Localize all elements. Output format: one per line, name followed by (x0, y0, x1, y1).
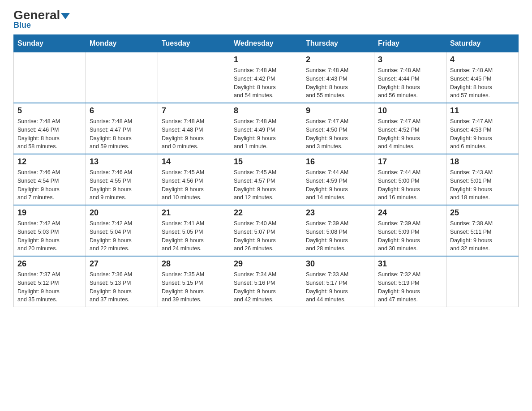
calendar-cell: 25Sunrise: 7:38 AM Sunset: 5:11 PM Dayli… (446, 205, 519, 256)
day-info: Sunrise: 7:48 AM Sunset: 4:48 PM Dayligh… (162, 117, 226, 151)
day-number: 2 (306, 55, 370, 64)
day-header-friday: Friday (374, 35, 446, 52)
day-info: Sunrise: 7:47 AM Sunset: 4:52 PM Dayligh… (378, 117, 442, 151)
calendar-cell: 22Sunrise: 7:40 AM Sunset: 5:07 PM Dayli… (230, 205, 302, 256)
day-number: 14 (162, 157, 226, 167)
day-info: Sunrise: 7:47 AM Sunset: 4:50 PM Dayligh… (306, 117, 370, 151)
day-info: Sunrise: 7:32 AM Sunset: 5:19 PM Dayligh… (378, 270, 442, 304)
day-number: 1 (234, 55, 298, 64)
day-number: 30 (306, 259, 370, 269)
day-header-tuesday: Tuesday (158, 35, 230, 52)
calendar-cell: 14Sunrise: 7:45 AM Sunset: 4:56 PM Dayli… (158, 154, 230, 205)
calendar-cell: 9Sunrise: 7:47 AM Sunset: 4:50 PM Daylig… (302, 103, 374, 154)
day-info: Sunrise: 7:41 AM Sunset: 5:05 PM Dayligh… (162, 219, 226, 253)
day-number: 9 (306, 106, 370, 116)
day-number: 25 (450, 208, 515, 218)
day-info: Sunrise: 7:48 AM Sunset: 4:44 PM Dayligh… (378, 66, 442, 100)
logo-sub-text: Blue (13, 21, 31, 30)
day-number: 22 (234, 208, 298, 218)
calendar-week-2: 5Sunrise: 7:48 AM Sunset: 4:46 PM Daylig… (14, 103, 519, 154)
calendar-cell (14, 52, 86, 103)
calendar-cell: 1Sunrise: 7:48 AM Sunset: 4:42 PM Daylig… (230, 52, 302, 103)
calendar-cell: 4Sunrise: 7:48 AM Sunset: 4:45 PM Daylig… (446, 52, 519, 103)
day-info: Sunrise: 7:38 AM Sunset: 5:11 PM Dayligh… (450, 219, 515, 253)
calendar-cell (158, 52, 230, 103)
day-info: Sunrise: 7:46 AM Sunset: 4:55 PM Dayligh… (90, 168, 154, 202)
calendar-week-1: 1Sunrise: 7:48 AM Sunset: 4:42 PM Daylig… (14, 52, 519, 103)
calendar-cell: 24Sunrise: 7:39 AM Sunset: 5:09 PM Dayli… (374, 205, 446, 256)
day-header-saturday: Saturday (446, 35, 519, 52)
day-info: Sunrise: 7:34 AM Sunset: 5:16 PM Dayligh… (234, 270, 298, 304)
day-info: Sunrise: 7:42 AM Sunset: 5:03 PM Dayligh… (17, 219, 82, 253)
day-number: 6 (90, 106, 154, 116)
day-number: 7 (162, 106, 226, 116)
day-info: Sunrise: 7:37 AM Sunset: 5:12 PM Dayligh… (17, 270, 82, 304)
calendar-cell: 8Sunrise: 7:48 AM Sunset: 4:49 PM Daylig… (230, 103, 302, 154)
day-number: 4 (450, 55, 515, 64)
day-info: Sunrise: 7:48 AM Sunset: 4:47 PM Dayligh… (90, 117, 154, 151)
day-number: 5 (17, 106, 82, 116)
day-info: Sunrise: 7:39 AM Sunset: 5:09 PM Dayligh… (378, 219, 442, 253)
day-info: Sunrise: 7:48 AM Sunset: 4:49 PM Dayligh… (234, 117, 298, 151)
day-number: 11 (450, 106, 515, 116)
day-info: Sunrise: 7:44 AM Sunset: 4:59 PM Dayligh… (306, 168, 370, 202)
calendar-cell: 5Sunrise: 7:48 AM Sunset: 4:46 PM Daylig… (14, 103, 86, 154)
calendar-week-3: 12Sunrise: 7:46 AM Sunset: 4:54 PM Dayli… (14, 154, 519, 205)
calendar-cell: 29Sunrise: 7:34 AM Sunset: 5:16 PM Dayli… (230, 256, 302, 307)
calendar-week-5: 26Sunrise: 7:37 AM Sunset: 5:12 PM Dayli… (14, 256, 519, 307)
day-info: Sunrise: 7:40 AM Sunset: 5:07 PM Dayligh… (234, 219, 298, 253)
logo-main-text: General (13, 9, 70, 21)
day-info: Sunrise: 7:35 AM Sunset: 5:15 PM Dayligh… (162, 270, 226, 304)
calendar-cell: 12Sunrise: 7:46 AM Sunset: 4:54 PM Dayli… (14, 154, 86, 205)
day-info: Sunrise: 7:39 AM Sunset: 5:08 PM Dayligh… (306, 219, 370, 253)
calendar-cell: 7Sunrise: 7:48 AM Sunset: 4:48 PM Daylig… (158, 103, 230, 154)
calendar-cell: 28Sunrise: 7:35 AM Sunset: 5:15 PM Dayli… (158, 256, 230, 307)
day-number: 24 (378, 208, 442, 218)
calendar-cell: 19Sunrise: 7:42 AM Sunset: 5:03 PM Dayli… (14, 205, 86, 256)
calendar-cell: 31Sunrise: 7:32 AM Sunset: 5:19 PM Dayli… (374, 256, 446, 307)
day-header-wednesday: Wednesday (230, 35, 302, 52)
day-info: Sunrise: 7:48 AM Sunset: 4:43 PM Dayligh… (306, 66, 370, 100)
calendar-cell: 27Sunrise: 7:36 AM Sunset: 5:13 PM Dayli… (86, 256, 158, 307)
calendar-cell: 6Sunrise: 7:48 AM Sunset: 4:47 PM Daylig… (86, 103, 158, 154)
calendar-cell: 17Sunrise: 7:44 AM Sunset: 5:00 PM Dayli… (374, 154, 446, 205)
calendar-table: SundayMondayTuesdayWednesdayThursdayFrid… (13, 34, 519, 307)
calendar-cell: 2Sunrise: 7:48 AM Sunset: 4:43 PM Daylig… (302, 52, 374, 103)
calendar-cell (86, 52, 158, 103)
day-number: 27 (90, 259, 154, 269)
day-info: Sunrise: 7:44 AM Sunset: 5:00 PM Dayligh… (378, 168, 442, 202)
calendar-cell: 15Sunrise: 7:45 AM Sunset: 4:57 PM Dayli… (230, 154, 302, 205)
day-number: 23 (306, 208, 370, 218)
logo-triangle-icon (61, 13, 70, 19)
calendar-cell: 21Sunrise: 7:41 AM Sunset: 5:05 PM Dayli… (158, 205, 230, 256)
day-number: 3 (378, 55, 442, 64)
day-info: Sunrise: 7:33 AM Sunset: 5:17 PM Dayligh… (306, 270, 370, 304)
day-info: Sunrise: 7:48 AM Sunset: 4:42 PM Dayligh… (234, 66, 298, 100)
day-number: 12 (17, 157, 82, 167)
day-info: Sunrise: 7:45 AM Sunset: 4:56 PM Dayligh… (162, 168, 226, 202)
day-number: 20 (90, 208, 154, 218)
day-info: Sunrise: 7:45 AM Sunset: 4:57 PM Dayligh… (234, 168, 298, 202)
calendar-cell: 16Sunrise: 7:44 AM Sunset: 4:59 PM Dayli… (302, 154, 374, 205)
day-header-monday: Monday (86, 35, 158, 52)
day-number: 19 (17, 208, 82, 218)
day-info: Sunrise: 7:48 AM Sunset: 4:45 PM Dayligh… (450, 66, 515, 100)
day-info: Sunrise: 7:46 AM Sunset: 4:54 PM Dayligh… (17, 168, 82, 202)
day-number: 13 (90, 157, 154, 167)
calendar-cell: 26Sunrise: 7:37 AM Sunset: 5:12 PM Dayli… (14, 256, 86, 307)
calendar-cell: 11Sunrise: 7:47 AM Sunset: 4:53 PM Dayli… (446, 103, 519, 154)
day-number: 26 (17, 259, 82, 269)
calendar-cell: 13Sunrise: 7:46 AM Sunset: 4:55 PM Dayli… (86, 154, 158, 205)
page-header: General Blue (13, 9, 519, 30)
day-number: 10 (378, 106, 442, 116)
calendar-header-row: SundayMondayTuesdayWednesdayThursdayFrid… (14, 35, 519, 52)
day-number: 21 (162, 208, 226, 218)
day-number: 18 (450, 157, 515, 167)
calendar-cell (446, 256, 519, 307)
calendar-cell: 3Sunrise: 7:48 AM Sunset: 4:44 PM Daylig… (374, 52, 446, 103)
day-number: 17 (378, 157, 442, 167)
day-number: 29 (234, 259, 298, 269)
calendar-week-4: 19Sunrise: 7:42 AM Sunset: 5:03 PM Dayli… (14, 205, 519, 256)
day-info: Sunrise: 7:36 AM Sunset: 5:13 PM Dayligh… (90, 270, 154, 304)
day-info: Sunrise: 7:42 AM Sunset: 5:04 PM Dayligh… (90, 219, 154, 253)
